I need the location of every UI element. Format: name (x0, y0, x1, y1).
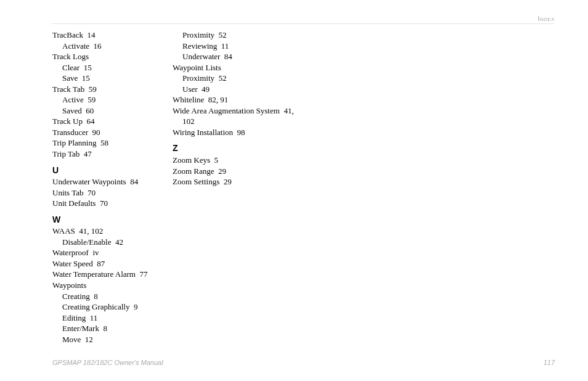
index-entry: Water Speed 87 (52, 258, 182, 269)
index-pages: 64 (87, 117, 95, 126)
index-term: Water Speed (52, 259, 93, 268)
index-subentry: Editing 11 (52, 313, 182, 324)
index-pages: 58 (100, 138, 108, 147)
index-pages: 84 (130, 177, 138, 186)
index-entry: WAAS 41, 102 (52, 226, 182, 237)
index-subentry: Proximity 52 (173, 30, 302, 41)
header-section-label: Index (537, 15, 555, 22)
index-continuation: 102 (173, 116, 302, 127)
index-term: Proximity (182, 73, 214, 83)
index-entry: Wide Area Augmentation System 41, (173, 105, 302, 117)
index-entry: Waypoints (52, 280, 182, 291)
index-term: Saved (62, 106, 82, 115)
footer-page-number: 117 (544, 359, 555, 366)
index-pages: 70 (100, 199, 108, 208)
index-term: Disable/Enable (62, 237, 111, 247)
index-pages: 8 (94, 292, 98, 301)
index-pages: 9 (134, 302, 138, 311)
index-column-2: Proximity 52Reviewing 11Underwater 84Way… (173, 30, 302, 187)
index-pages: 11 (90, 313, 98, 322)
index-pages: 60 (86, 106, 94, 115)
index-term: Clear (62, 63, 80, 72)
index-term: Wiring Installation (173, 128, 233, 137)
index-pages: 82, 91 (208, 95, 229, 104)
index-subentry: Save 15 (52, 73, 182, 84)
index-term: Track Tab (52, 84, 84, 94)
index-term: Enter/Mark (62, 324, 99, 333)
index-term: Water Temperature Alarm (52, 269, 136, 279)
index-subentry: Creating 8 (52, 291, 182, 302)
index-term: Active (62, 95, 84, 104)
index-subentry: Disable/Enable 42 (52, 237, 182, 248)
index-term: Creating (62, 292, 90, 301)
index-column-1: TracBack 14Activate 16Track LogsClear 15… (52, 30, 182, 345)
index-term: Trip Planning (52, 138, 96, 147)
index-term: Underwater (182, 52, 220, 61)
index-entry: Water Temperature Alarm 77 (52, 269, 182, 280)
index-term: User (182, 84, 198, 94)
index-pages: 90 (92, 128, 100, 137)
index-term: Activate (62, 41, 89, 51)
index-heading: U (52, 165, 182, 176)
index-term: TracBack (52, 30, 83, 39)
index-pages: 98 (237, 128, 245, 137)
index-heading: W (52, 215, 182, 226)
index-content: TracBack 14Activate 16Track LogsClear 15… (52, 30, 555, 344)
index-pages: 14 (88, 30, 96, 39)
index-term: Proximity (182, 30, 214, 39)
index-term: Wide Area Augmentation System (173, 106, 280, 115)
index-entry: Whiteline 82, 91 (173, 94, 302, 105)
index-entry: Track Logs (52, 51, 182, 62)
index-pages: 41, (284, 106, 293, 115)
index-subentry: Activate 16 (52, 41, 182, 52)
index-term: Creating Graphically (62, 302, 129, 311)
index-term: Zoom Keys (173, 155, 210, 165)
index-pages: 12 (85, 335, 93, 344)
footer-title: GPSMAP 182/182C Owner's Manual (52, 359, 163, 366)
index-pages: 11 (221, 41, 229, 51)
index-subentry: Reviewing 11 (173, 41, 302, 52)
index-entry: Underwater Waypoints 84 (52, 176, 182, 187)
index-subentry: Active 59 (52, 94, 182, 105)
index-pages: 52 (219, 73, 227, 83)
index-term: Trip Tab (52, 149, 80, 158)
index-subentry: Underwater 84 (173, 51, 302, 62)
index-entry: Units Tab 70 (52, 187, 182, 199)
index-subentry: Proximity 52 (173, 73, 302, 84)
index-pages: 87 (97, 259, 105, 268)
index-pages: 59 (89, 84, 97, 94)
index-pages: iv (92, 248, 99, 257)
index-term: 102 (182, 117, 195, 126)
index-entry: Waypoint Lists (173, 62, 302, 73)
index-term: Zoom Range (173, 166, 214, 176)
index-term: Waterproof (52, 248, 89, 257)
index-pages: 84 (224, 52, 232, 61)
index-pages: 42 (115, 237, 123, 247)
index-term: Reviewing (182, 41, 217, 51)
index-pages: 5 (214, 155, 219, 165)
index-term: Track Up (52, 117, 83, 126)
index-pages: 77 (139, 269, 147, 279)
index-entry: Zoom Keys 5 (173, 155, 302, 166)
index-entry: Zoom Range 29 (173, 166, 302, 177)
footer: GPSMAP 182/182C Owner's Manual 117 (52, 359, 555, 366)
index-subentry: Enter/Mark 8 (52, 323, 182, 334)
index-subentry: Creating Graphically 9 (52, 301, 182, 313)
index-pages: 29 (218, 166, 226, 176)
index-entry: Transducer 90 (52, 127, 182, 138)
index-term: Unit Defaults (52, 199, 96, 208)
index-subentry: Clear 15 (52, 62, 182, 73)
index-term: Waypoints (52, 281, 86, 290)
index-subentry: User 49 (173, 84, 302, 95)
index-pages: 47 (84, 149, 92, 158)
index-pages: 29 (224, 177, 232, 186)
index-term: Whiteline (173, 95, 204, 104)
index-pages: 8 (103, 324, 107, 333)
page: Index TracBack 14Activate 16Track LogsCl… (0, 0, 588, 381)
index-entry: Zoom Settings 29 (173, 176, 302, 187)
index-entry: TracBack 14 (52, 30, 182, 41)
index-entry: Trip Planning 58 (52, 137, 182, 149)
index-entry: Track Up 64 (52, 116, 182, 127)
index-term: Zoom Settings (173, 177, 219, 186)
index-term: Save (62, 73, 78, 83)
